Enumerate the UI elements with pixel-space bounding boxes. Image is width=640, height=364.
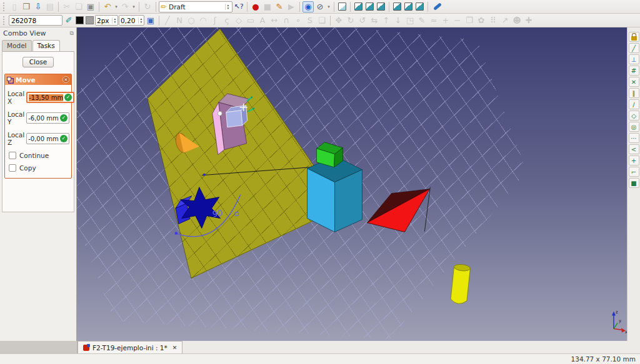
line-width-spinbox[interactable]: ▴▾ — [95, 15, 118, 26]
draft-array-icon[interactable]: ⠿ — [488, 15, 499, 26]
draft-text-icon[interactable]: A — [257, 15, 268, 26]
face-color-swatch[interactable] — [86, 16, 94, 24]
document-tab[interactable]: F2-T19-ejemplo-ini : 1* ✕ — [78, 341, 182, 353]
draft-arc-3points-icon[interactable]: ∩ — [281, 15, 292, 26]
blue-star-object[interactable] — [176, 187, 221, 229]
snap-special-icon[interactable]: ⌐ — [629, 167, 639, 177]
cut-icon[interactable]: ✂ — [61, 1, 72, 12]
view-right-icon[interactable] — [377, 2, 385, 11]
view-bottom-icon[interactable] — [404, 2, 412, 11]
draft-circle-icon[interactable]: ○ — [186, 15, 197, 26]
snap-endpoint-icon[interactable]: ╱ — [629, 43, 639, 53]
cyan-cube-object[interactable] — [308, 156, 362, 232]
draft-edit-icon[interactable]: ✎ — [416, 15, 428, 26]
continue-checkbox[interactable] — [9, 152, 16, 159]
red-pyramid-object[interactable] — [367, 187, 430, 232]
refresh-icon[interactable]: ↻ — [142, 1, 153, 12]
macro-play-icon[interactable]: ▶ — [286, 1, 297, 12]
snap-center-icon[interactable]: ◎ — [629, 122, 639, 132]
construction-line[interactable] — [202, 167, 311, 176]
draft-wire-to-bspline-icon[interactable]: ≈ — [428, 15, 439, 26]
document-tab-close-icon[interactable]: ✕ — [172, 345, 178, 351]
draft-shapestring-icon[interactable]: S — [304, 15, 316, 26]
combo-arrows-icon[interactable]: ▴▾ — [225, 4, 231, 10]
draft-dimension-icon[interactable]: ↔ — [269, 15, 280, 26]
snap-midpoint-icon[interactable]: ∕ — [629, 99, 639, 109]
draft-bezier-icon[interactable]: ς — [221, 15, 232, 26]
spin-arrows-icon[interactable]: ▴▾ — [112, 17, 118, 24]
snap-lock-icon[interactable] — [629, 32, 639, 42]
draft-upgrade-icon[interactable]: ↑ — [381, 15, 392, 26]
line-width-spinbox-value[interactable] — [96, 16, 112, 25]
close-task-button[interactable]: Close — [22, 57, 54, 67]
workbench-selector[interactable]: ✏Draft▴▾ — [159, 1, 232, 12]
redo-dropdown[interactable]: ▾ — [131, 1, 136, 12]
construction-mode-icon[interactable]: ✐ — [63, 15, 74, 26]
3d-viewport[interactable]: 90 — [77, 27, 627, 341]
draft-facebinder-icon[interactable]: ❏ — [316, 15, 328, 26]
snap-near-icon[interactable]: < — [629, 144, 639, 154]
local-z-input[interactable]: -0,00 mm ✓ — [26, 133, 69, 144]
draft-line-icon[interactable]: ╱ — [162, 15, 173, 26]
draft-heal-icon[interactable]: ✚ — [523, 15, 534, 26]
toolbar-handle[interactable] — [3, 16, 6, 25]
toolbar-handle[interactable] — [3, 2, 6, 11]
green-cube-object[interactable] — [317, 142, 343, 167]
spin-arrows-icon[interactable]: ▴▾ — [138, 17, 144, 24]
autogroup-icon[interactable]: ▣ — [145, 15, 156, 26]
paste-icon[interactable]: ▣ — [85, 1, 96, 12]
draft-clone-icon[interactable]: ☻ — [511, 15, 522, 26]
redo-icon[interactable]: ↷ — [119, 1, 131, 12]
undo-dropdown[interactable]: ▾ — [114, 1, 119, 12]
macro-record-icon[interactable]: ● — [250, 1, 261, 12]
snap-grid-icon[interactable]: # — [629, 66, 639, 76]
draft-scale-icon[interactable]: ◳ — [404, 15, 416, 26]
draft-rectangle-icon[interactable]: ▭ — [245, 15, 256, 26]
view-axonometric-icon[interactable] — [338, 2, 346, 11]
snap-extension-icon[interactable]: ⋯ — [629, 133, 639, 143]
tab-model[interactable]: Model — [2, 40, 32, 51]
save-file-icon[interactable]: ⇩ — [32, 1, 44, 12]
view-front-icon[interactable] — [354, 2, 362, 11]
cone-object[interactable] — [174, 132, 199, 154]
yellow-cylinder-object[interactable] — [450, 263, 470, 304]
new-file-icon[interactable]: ▯ — [9, 1, 20, 12]
view-left-icon[interactable] — [416, 2, 424, 11]
draft-downgrade-icon[interactable]: ↓ — [392, 15, 404, 26]
zoom-fit-icon[interactable]: ◉ — [302, 1, 314, 12]
macro-stop-icon[interactable]: ■ — [262, 1, 273, 12]
draft-path-array-icon[interactable]: ↗ — [499, 15, 511, 26]
copy-checkbox[interactable] — [9, 164, 16, 172]
copy-icon[interactable]: ❏ — [73, 1, 84, 12]
text-size-spinbox-value[interactable] — [119, 16, 138, 25]
tab-tasks[interactable]: Tasks — [32, 40, 60, 51]
draw-style-dropdown[interactable]: ▾ — [326, 1, 331, 12]
draft-rotate-icon[interactable]: ↻ — [345, 15, 356, 26]
move-task-close-button[interactable]: ✕ — [62, 76, 69, 83]
draft-command-input[interactable] — [9, 15, 62, 26]
macro-edit-icon[interactable]: ✎ — [274, 1, 285, 12]
text-size-spinbox[interactable]: ▴▾ — [119, 15, 144, 26]
draft-to-sketch-icon[interactable]: ✿ — [476, 15, 487, 26]
draft-arc-icon[interactable]: ◠ — [198, 15, 209, 26]
draft-polygon-icon[interactable]: ◇ — [233, 15, 244, 26]
view-top-icon[interactable] — [366, 2, 374, 11]
draft-add-point-icon[interactable]: + — [440, 15, 451, 26]
panel-float-icon[interactable]: ⧉ — [70, 30, 74, 37]
local-y-input[interactable]: -6,00 mm ✓ — [26, 112, 69, 124]
print-icon[interactable]: ▤ — [44, 1, 56, 12]
local-x-input[interactable]: -13,50 mm ✓ — [26, 92, 74, 103]
open-file-icon[interactable]: ❒ — [21, 1, 32, 12]
draft-point-icon[interactable]: ∘ — [292, 15, 304, 26]
snap-angle-icon[interactable]: ◇ — [629, 111, 639, 121]
draft-shape2dview-icon[interactable]: ❐ — [464, 15, 475, 26]
draft-move-icon[interactable]: ✥ — [333, 15, 344, 26]
draw-style-icon[interactable]: ⊘ — [314, 1, 326, 12]
draft-polyline-icon[interactable]: N — [174, 15, 185, 26]
measure-distance-icon[interactable] — [433, 2, 442, 11]
line-color-swatch[interactable] — [76, 16, 84, 24]
draft-offset-icon[interactable]: ↺ — [357, 15, 368, 26]
draft-remove-point-icon[interactable]: − — [452, 15, 463, 26]
draft-bspline-icon[interactable]: ʃ — [209, 15, 221, 26]
snap-working-plane-icon[interactable]: ■ — [629, 178, 639, 188]
